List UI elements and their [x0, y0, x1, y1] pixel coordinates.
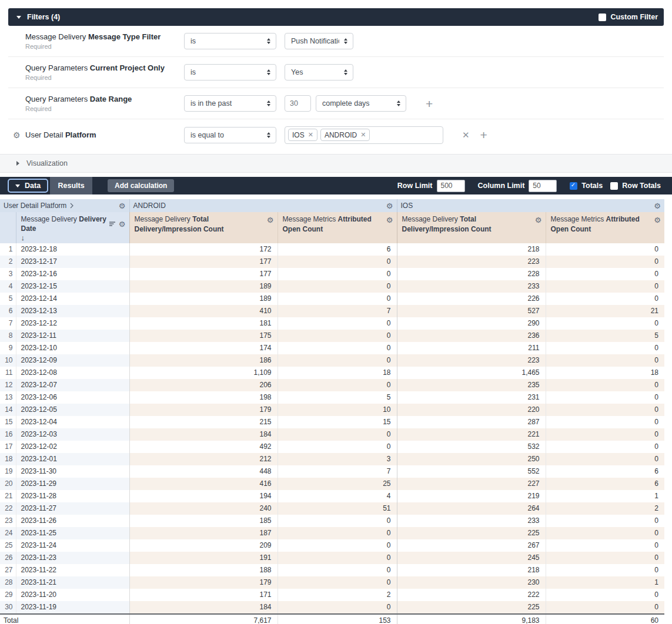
row-date[interactable]: 2023-11-24 — [16, 539, 129, 552]
sort-descending-icon[interactable]: ↓ — [21, 233, 126, 242]
cell-value[interactable]: 245 — [397, 552, 546, 564]
cell-value[interactable]: 0 — [546, 552, 664, 564]
cell-value[interactable]: 185 — [129, 515, 278, 527]
cell-value[interactable]: 212 — [129, 453, 278, 465]
cell-value[interactable]: 1 — [546, 576, 664, 589]
row-date[interactable]: 2023-12-13 — [16, 305, 129, 317]
cell-value[interactable]: 171 — [129, 589, 278, 601]
cell-value[interactable]: 179 — [129, 576, 278, 589]
cell-value[interactable]: 189 — [129, 293, 278, 305]
row-date[interactable]: 2023-12-06 — [16, 391, 129, 404]
cell-value[interactable]: 0 — [278, 268, 397, 280]
tab-results[interactable]: Results — [50, 177, 92, 194]
cell-value[interactable]: 7 — [278, 465, 397, 478]
cell-value[interactable]: 230 — [397, 576, 546, 589]
cell-value[interactable]: 0 — [278, 539, 397, 552]
cell-value[interactable]: 51 — [278, 502, 397, 515]
cell-value[interactable]: 0 — [278, 601, 397, 614]
cell-value[interactable]: 175 — [129, 330, 278, 342]
row-date[interactable]: 2023-11-30 — [16, 465, 129, 478]
cell-value[interactable]: 3 — [278, 453, 397, 465]
gear-icon[interactable]: ⚙ — [386, 202, 393, 210]
cell-value[interactable]: 552 — [397, 465, 546, 478]
filter-list-icon[interactable] — [109, 221, 116, 227]
pivot-group-ios[interactable]: IOS ⚙ — [397, 199, 664, 212]
cell-value[interactable]: 0 — [546, 441, 664, 453]
cell-value[interactable]: 0 — [546, 317, 664, 330]
cell-value[interactable]: 218 — [397, 243, 546, 256]
cell-value[interactable]: 1,109 — [129, 367, 278, 379]
operator-select[interactable]: is equal to — [184, 127, 276, 143]
cell-value[interactable]: 228 — [397, 268, 546, 280]
cell-value[interactable]: 231 — [397, 391, 546, 404]
gear-icon[interactable]: ⚙ — [386, 215, 393, 225]
cell-value[interactable]: 0 — [546, 453, 664, 465]
cell-value[interactable]: 215 — [129, 416, 278, 428]
cell-value[interactable]: 0 — [546, 416, 664, 428]
gear-icon[interactable]: ⚙ — [13, 130, 25, 140]
cell-value[interactable]: 0 — [546, 243, 664, 256]
column-limit-input[interactable]: 50 — [529, 180, 557, 192]
cell-value[interactable]: 226 — [397, 293, 546, 305]
cell-value[interactable]: 0 — [546, 293, 664, 305]
cell-value[interactable]: 0 — [278, 527, 397, 539]
column-header-android-attributed-open[interactable]: Message Metrics Attributed Open Count ⚙ — [278, 212, 397, 243]
filter-value-select[interactable]: Push Notificatio — [285, 33, 353, 49]
cell-value[interactable]: 0 — [546, 280, 664, 293]
row-date[interactable]: 2023-11-25 — [16, 527, 129, 539]
cell-value[interactable]: 219 — [397, 490, 546, 502]
cell-value[interactable]: 177 — [129, 268, 278, 280]
cell-value[interactable]: 0 — [546, 354, 664, 367]
cell-value[interactable]: 240 — [129, 502, 278, 515]
row-date[interactable]: 2023-12-16 — [16, 268, 129, 280]
cell-value[interactable]: 290 — [397, 317, 546, 330]
row-date[interactable]: 2023-11-23 — [16, 552, 129, 564]
cell-value[interactable]: 0 — [278, 428, 397, 441]
cell-value[interactable]: 6 — [546, 465, 664, 478]
cell-value[interactable]: 532 — [397, 441, 546, 453]
cell-value[interactable]: 0 — [546, 268, 664, 280]
cell-value[interactable]: 0 — [278, 317, 397, 330]
cell-value[interactable]: 222 — [397, 589, 546, 601]
cell-value[interactable]: 221 — [397, 428, 546, 441]
cell-value[interactable]: 2 — [546, 502, 664, 515]
cell-value[interactable]: 0 — [546, 539, 664, 552]
cell-value[interactable]: 0 — [546, 564, 664, 576]
visualization-section[interactable]: Visualization — [0, 154, 672, 173]
gear-icon[interactable]: ⚙ — [119, 202, 126, 210]
cell-value[interactable]: 5 — [546, 330, 664, 342]
row-date[interactable]: 2023-12-07 — [16, 379, 129, 391]
cell-value[interactable]: 18 — [278, 367, 397, 379]
tag-ios[interactable]: IOS✕ — [288, 129, 317, 141]
pivot-header-platform[interactable]: User Detail Platform ⚙ — [0, 199, 129, 212]
column-header-ios-attributed-open[interactable]: Message Metrics Attributed Open Count ⚙ — [546, 212, 664, 243]
cell-value[interactable]: 0 — [278, 280, 397, 293]
cell-value[interactable]: 492 — [129, 441, 278, 453]
cell-value[interactable]: 184 — [129, 601, 278, 614]
column-header-ios-total-delivery[interactable]: Message Delivery Total Delivery/Impressi… — [397, 212, 546, 243]
cell-value[interactable]: 188 — [129, 564, 278, 576]
cell-value[interactable]: 250 — [397, 453, 546, 465]
tab-data[interactable]: Data — [8, 179, 48, 193]
cell-value[interactable]: 0 — [546, 601, 664, 614]
row-date[interactable]: 2023-12-02 — [16, 441, 129, 453]
cell-value[interactable]: 235 — [397, 379, 546, 391]
add-filter-value-icon[interactable]: + — [480, 129, 487, 141]
cell-value[interactable]: 174 — [129, 342, 278, 354]
pivot-group-android[interactable]: ANDROID ⚙ — [129, 199, 397, 212]
cell-value[interactable]: 4 — [278, 490, 397, 502]
row-date[interactable]: 2023-11-26 — [16, 515, 129, 527]
totals-checkbox[interactable] — [570, 182, 577, 190]
filter-tags-input[interactable]: IOS✕ ANDROID✕ — [285, 126, 443, 144]
cell-value[interactable]: 5 — [278, 391, 397, 404]
custom-filter-checkbox[interactable] — [599, 14, 606, 21]
cell-value[interactable]: 179 — [129, 404, 278, 416]
cell-value[interactable]: 0 — [278, 552, 397, 564]
operator-select[interactable]: is — [184, 64, 276, 80]
cell-value[interactable]: 220 — [397, 404, 546, 416]
add-calculation-button[interactable]: Add calculation — [108, 179, 174, 192]
column-header-delivery-date[interactable]: Message Delivery Delivery Date ⚙ ↓ — [16, 212, 129, 243]
tag-android[interactable]: ANDROID✕ — [320, 129, 370, 141]
cell-value[interactable]: 0 — [278, 564, 397, 576]
cell-value[interactable]: 0 — [546, 342, 664, 354]
